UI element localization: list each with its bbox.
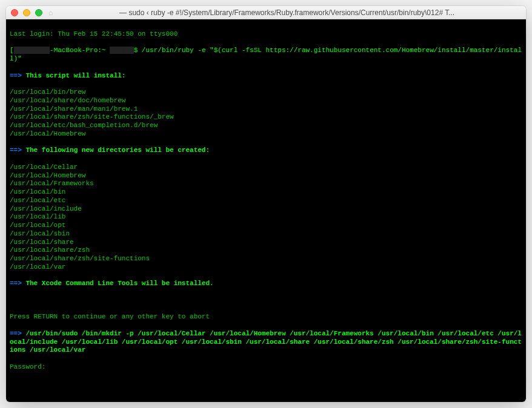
newdirs-header: ==> The following new directories will b…: [10, 146, 522, 155]
minimize-icon[interactable]: [23, 9, 30, 16]
path-line: /usr/local/share/zsh/site-functions: [10, 255, 522, 263]
prompt-line: [xxxxxxxxx-MacBook-Pro:~ xxxxxx$ /usr/bi…: [10, 47, 522, 64]
path-line: /usr/local/Homebrew: [10, 172, 522, 180]
window-title: — sudo ‹ ruby -e #!/System/Library/Frame…: [53, 8, 521, 17]
prompt-host: -MacBook-Pro:~: [50, 47, 110, 54]
path-line: /usr/local/lib: [10, 213, 522, 222]
path-line: /usr/local/bin/brew: [10, 88, 522, 97]
blank-line: [10, 297, 522, 305]
path-line: /usr/local/etc: [10, 197, 522, 205]
install-paths-block: /usr/local/bin/brew/usr/local/share/doc/…: [10, 88, 522, 139]
zoom-icon[interactable]: [35, 9, 42, 16]
mkdir-line: ==> /usr/bin/sudo /bin/mkdir -p /usr/loc…: [10, 330, 522, 355]
path-line: /usr/local/share/doc/homebrew: [10, 97, 522, 105]
path-line: /usr/local/sbin: [10, 230, 522, 239]
xcode-header: ==> The Xcode Command Line Tools will be…: [10, 280, 522, 288]
dir-paths-block: /usr/local/Cellar/usr/local/Homebrew/usr…: [10, 163, 522, 272]
path-line: /usr/local/bin: [10, 188, 522, 197]
path-line: /usr/local/opt: [10, 222, 522, 230]
arrow-icon: ==>: [10, 330, 22, 337]
path-line: /usr/local/share/man/man1/brew.1: [10, 105, 522, 114]
proxy-icon: ⌂: [48, 8, 53, 17]
path-line: /usr/local/share/zsh: [10, 246, 522, 255]
arrow-icon: ==>: [10, 72, 22, 79]
close-icon[interactable]: [11, 9, 18, 16]
newdirs-header-text: The following new directories will be cr…: [25, 146, 210, 154]
path-line: /usr/local/Homebrew: [10, 130, 522, 139]
mkdir-cmd-text: /usr/bin/sudo /bin/mkdir -p /usr/local/C…: [10, 330, 522, 354]
path-line: /usr/local/include: [10, 205, 522, 214]
path-line: /usr/local/var: [10, 263, 522, 272]
press-return-line: Press RETURN to continue or any other ke…: [10, 313, 522, 321]
xcode-text: The Xcode Command Line Tools will be ins…: [25, 280, 213, 287]
traffic-lights: [11, 9, 42, 16]
arrow-icon: ==>: [10, 146, 22, 154]
arrow-icon: ==>: [10, 280, 22, 287]
path-line: /usr/local/share: [10, 239, 522, 247]
last-login-line: Last login: Thu Feb 15 22:45:50 on ttys0…: [10, 30, 522, 39]
password-prompt[interactable]: Password:: [10, 363, 522, 372]
install-header: ==> This script will install:: [10, 72, 522, 81]
install-header-text: This script will install:: [25, 72, 125, 79]
path-line: /usr/local/Frameworks: [10, 180, 522, 188]
path-line: /usr/local/etc/bash_completion.d/brew: [10, 122, 522, 130]
terminal-body[interactable]: Last login: Thu Feb 15 22:45:50 on ttys0…: [6, 19, 526, 402]
path-line: /usr/local/Cellar: [10, 163, 522, 172]
path-line: /usr/local/share/zsh/site-functions/_bre…: [10, 113, 522, 122]
titlebar[interactable]: ⌂ — sudo ‹ ruby -e #!/System/Library/Fra…: [6, 6, 526, 19]
terminal-window: ⌂ — sudo ‹ ruby -e #!/System/Library/Fra…: [6, 6, 526, 402]
